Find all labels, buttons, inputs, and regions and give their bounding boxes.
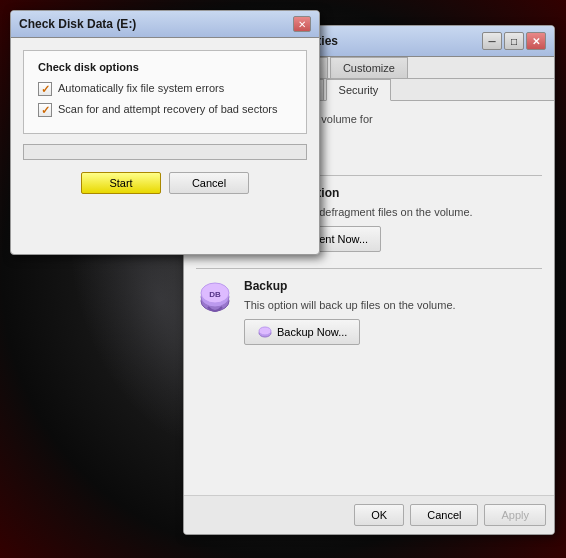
checkdisk-title: Check Disk Data (E:): [19, 17, 136, 31]
checkbox-bad-sectors-check: ✓: [41, 104, 50, 117]
checkbox-fix-errors-label: Automatically fix file system errors: [58, 81, 224, 95]
backup-icon: DB: [196, 279, 234, 317]
backup-now-label: Backup Now...: [277, 326, 347, 338]
minimize-button[interactable]: ─: [482, 32, 502, 50]
checkbox-fix-errors[interactable]: ✓: [38, 82, 52, 96]
start-button[interactable]: Start: [81, 172, 161, 194]
checkbox-row-2: ✓ Scan for and attempt recovery of bad s…: [38, 102, 292, 117]
options-group: Check disk options ✓ Automatically fix f…: [23, 50, 307, 134]
checkdisk-content: Check disk options ✓ Automatically fix f…: [11, 38, 319, 206]
ok-button[interactable]: OK: [354, 504, 404, 526]
checkdisk-close-button[interactable]: ✕: [293, 16, 311, 32]
checkbox-fix-errors-check: ✓: [41, 83, 50, 96]
svg-text:DB: DB: [209, 290, 221, 299]
divider-2: [196, 268, 542, 269]
svg-point-18: [259, 327, 271, 335]
checkbox-bad-sectors[interactable]: ✓: [38, 103, 52, 117]
checkdisk-dialog: Check Disk Data (E:) ✕ Check disk option…: [10, 10, 320, 255]
options-title: Check disk options: [38, 61, 292, 73]
backup-now-button[interactable]: Backup Now...: [244, 319, 360, 345]
backup-right: Backup This option will back up files on…: [244, 279, 542, 345]
tab-security[interactable]: Security: [326, 79, 392, 101]
maximize-button[interactable]: □: [504, 32, 524, 50]
backup-title: Backup: [244, 279, 542, 293]
backup-section: DB Backup This option will back up files…: [196, 279, 542, 345]
properties-footer: OK Cancel Apply: [184, 495, 554, 534]
checkbox-row-1: ✓ Automatically fix file system errors: [38, 81, 292, 96]
tab-customize[interactable]: Customize: [330, 57, 408, 78]
checkdisk-titlebar: Check Disk Data (E:) ✕: [11, 11, 319, 38]
close-button[interactable]: ✕: [526, 32, 546, 50]
backup-desc: This option will back up files on the vo…: [244, 299, 542, 311]
title-controls: ─ □ ✕: [482, 32, 546, 50]
checkbox-bad-sectors-label: Scan for and attempt recovery of bad sec…: [58, 102, 278, 116]
cancel-button[interactable]: Cancel: [410, 504, 478, 526]
progress-bar: [23, 144, 307, 160]
apply-button[interactable]: Apply: [484, 504, 546, 526]
checkdisk-cancel-button[interactable]: Cancel: [169, 172, 249, 194]
backup-btn-icon: [257, 324, 273, 340]
checkdisk-footer: Start Cancel: [23, 172, 307, 194]
